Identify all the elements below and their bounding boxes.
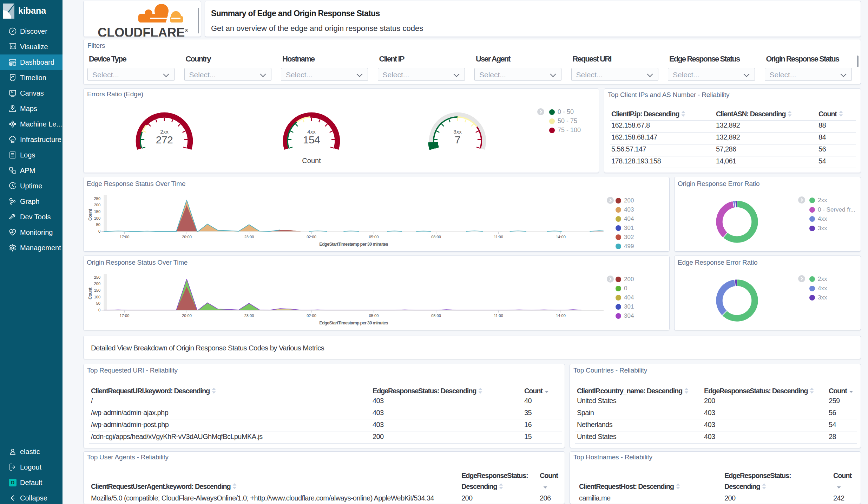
svg-text:272: 272 [156,134,173,146]
svg-text:3xx: 3xx [453,129,462,135]
svg-text:154: 154 [303,134,320,146]
svg-text:7: 7 [455,134,460,146]
svg-text:4xx: 4xx [307,129,316,135]
svg-text:Count: Count [302,157,321,164]
svg-text:2xx: 2xx [160,129,169,135]
svg-text:D: D [11,479,15,485]
